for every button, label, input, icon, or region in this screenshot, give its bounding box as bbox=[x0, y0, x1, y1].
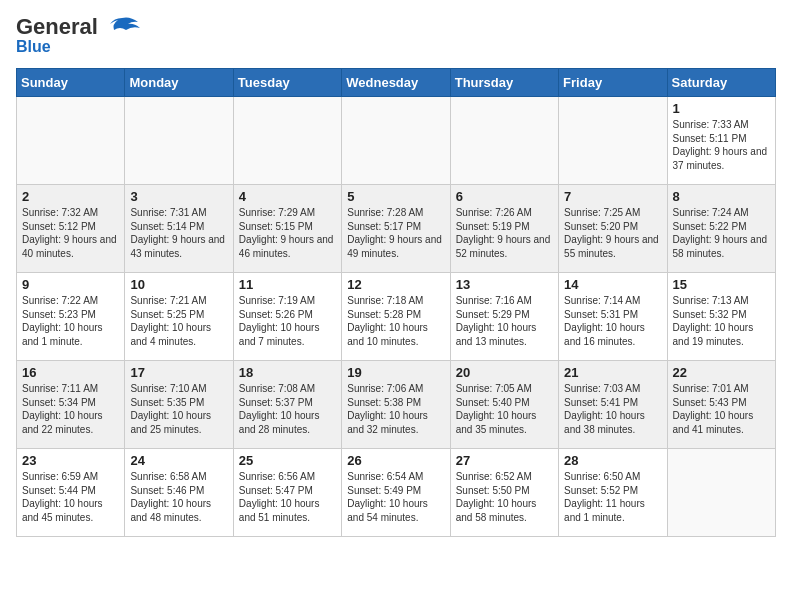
day-number: 15 bbox=[673, 277, 770, 292]
col-header-sunday: Sunday bbox=[17, 69, 125, 97]
col-header-thursday: Thursday bbox=[450, 69, 558, 97]
calendar-cell: 7Sunrise: 7:25 AM Sunset: 5:20 PM Daylig… bbox=[559, 185, 667, 273]
calendar-cell: 14Sunrise: 7:14 AM Sunset: 5:31 PM Dayli… bbox=[559, 273, 667, 361]
day-info: Sunrise: 7:03 AM Sunset: 5:41 PM Dayligh… bbox=[564, 382, 661, 436]
day-number: 8 bbox=[673, 189, 770, 204]
calendar-cell: 12Sunrise: 7:18 AM Sunset: 5:28 PM Dayli… bbox=[342, 273, 450, 361]
col-header-saturday: Saturday bbox=[667, 69, 775, 97]
day-info: Sunrise: 7:26 AM Sunset: 5:19 PM Dayligh… bbox=[456, 206, 553, 260]
day-number: 2 bbox=[22, 189, 119, 204]
day-number: 16 bbox=[22, 365, 119, 380]
logo-general: General bbox=[16, 14, 98, 39]
calendar-cell: 28Sunrise: 6:50 AM Sunset: 5:52 PM Dayli… bbox=[559, 449, 667, 537]
col-header-wednesday: Wednesday bbox=[342, 69, 450, 97]
week-row-1: 1Sunrise: 7:33 AM Sunset: 5:11 PM Daylig… bbox=[17, 97, 776, 185]
calendar-cell: 22Sunrise: 7:01 AM Sunset: 5:43 PM Dayli… bbox=[667, 361, 775, 449]
day-number: 13 bbox=[456, 277, 553, 292]
calendar-cell: 19Sunrise: 7:06 AM Sunset: 5:38 PM Dayli… bbox=[342, 361, 450, 449]
day-info: Sunrise: 7:16 AM Sunset: 5:29 PM Dayligh… bbox=[456, 294, 553, 348]
week-row-2: 2Sunrise: 7:32 AM Sunset: 5:12 PM Daylig… bbox=[17, 185, 776, 273]
day-number: 23 bbox=[22, 453, 119, 468]
calendar-cell: 3Sunrise: 7:31 AM Sunset: 5:14 PM Daylig… bbox=[125, 185, 233, 273]
calendar-cell bbox=[125, 97, 233, 185]
day-info: Sunrise: 7:13 AM Sunset: 5:32 PM Dayligh… bbox=[673, 294, 770, 348]
day-info: Sunrise: 7:22 AM Sunset: 5:23 PM Dayligh… bbox=[22, 294, 119, 348]
calendar-cell: 2Sunrise: 7:32 AM Sunset: 5:12 PM Daylig… bbox=[17, 185, 125, 273]
day-number: 4 bbox=[239, 189, 336, 204]
calendar-cell: 23Sunrise: 6:59 AM Sunset: 5:44 PM Dayli… bbox=[17, 449, 125, 537]
calendar-cell: 27Sunrise: 6:52 AM Sunset: 5:50 PM Dayli… bbox=[450, 449, 558, 537]
day-info: Sunrise: 7:24 AM Sunset: 5:22 PM Dayligh… bbox=[673, 206, 770, 260]
calendar-cell: 1Sunrise: 7:33 AM Sunset: 5:11 PM Daylig… bbox=[667, 97, 775, 185]
day-info: Sunrise: 7:06 AM Sunset: 5:38 PM Dayligh… bbox=[347, 382, 444, 436]
day-info: Sunrise: 7:32 AM Sunset: 5:12 PM Dayligh… bbox=[22, 206, 119, 260]
day-number: 27 bbox=[456, 453, 553, 468]
day-info: Sunrise: 6:52 AM Sunset: 5:50 PM Dayligh… bbox=[456, 470, 553, 524]
calendar-cell: 9Sunrise: 7:22 AM Sunset: 5:23 PM Daylig… bbox=[17, 273, 125, 361]
day-info: Sunrise: 7:11 AM Sunset: 5:34 PM Dayligh… bbox=[22, 382, 119, 436]
day-info: Sunrise: 6:59 AM Sunset: 5:44 PM Dayligh… bbox=[22, 470, 119, 524]
day-number: 12 bbox=[347, 277, 444, 292]
day-number: 1 bbox=[673, 101, 770, 116]
day-number: 10 bbox=[130, 277, 227, 292]
day-info: Sunrise: 7:21 AM Sunset: 5:25 PM Dayligh… bbox=[130, 294, 227, 348]
week-row-5: 23Sunrise: 6:59 AM Sunset: 5:44 PM Dayli… bbox=[17, 449, 776, 537]
day-number: 28 bbox=[564, 453, 661, 468]
day-number: 9 bbox=[22, 277, 119, 292]
logo-blue-text: Blue bbox=[16, 38, 51, 56]
calendar-table: SundayMondayTuesdayWednesdayThursdayFrid… bbox=[16, 68, 776, 537]
col-header-friday: Friday bbox=[559, 69, 667, 97]
calendar-cell: 24Sunrise: 6:58 AM Sunset: 5:46 PM Dayli… bbox=[125, 449, 233, 537]
calendar-cell: 6Sunrise: 7:26 AM Sunset: 5:19 PM Daylig… bbox=[450, 185, 558, 273]
day-number: 5 bbox=[347, 189, 444, 204]
day-info: Sunrise: 6:50 AM Sunset: 5:52 PM Dayligh… bbox=[564, 470, 661, 524]
day-number: 18 bbox=[239, 365, 336, 380]
calendar-cell: 16Sunrise: 7:11 AM Sunset: 5:34 PM Dayli… bbox=[17, 361, 125, 449]
day-number: 21 bbox=[564, 365, 661, 380]
day-number: 7 bbox=[564, 189, 661, 204]
day-info: Sunrise: 7:25 AM Sunset: 5:20 PM Dayligh… bbox=[564, 206, 661, 260]
day-info: Sunrise: 7:14 AM Sunset: 5:31 PM Dayligh… bbox=[564, 294, 661, 348]
calendar-cell: 15Sunrise: 7:13 AM Sunset: 5:32 PM Dayli… bbox=[667, 273, 775, 361]
logo-bird-icon bbox=[104, 16, 140, 34]
calendar-cell bbox=[667, 449, 775, 537]
calendar-cell: 8Sunrise: 7:24 AM Sunset: 5:22 PM Daylig… bbox=[667, 185, 775, 273]
day-info: Sunrise: 6:54 AM Sunset: 5:49 PM Dayligh… bbox=[347, 470, 444, 524]
calendar-cell: 21Sunrise: 7:03 AM Sunset: 5:41 PM Dayli… bbox=[559, 361, 667, 449]
day-number: 17 bbox=[130, 365, 227, 380]
day-info: Sunrise: 7:18 AM Sunset: 5:28 PM Dayligh… bbox=[347, 294, 444, 348]
day-number: 3 bbox=[130, 189, 227, 204]
calendar-cell: 10Sunrise: 7:21 AM Sunset: 5:25 PM Dayli… bbox=[125, 273, 233, 361]
calendar-cell: 5Sunrise: 7:28 AM Sunset: 5:17 PM Daylig… bbox=[342, 185, 450, 273]
week-row-4: 16Sunrise: 7:11 AM Sunset: 5:34 PM Dayli… bbox=[17, 361, 776, 449]
day-info: Sunrise: 7:33 AM Sunset: 5:11 PM Dayligh… bbox=[673, 118, 770, 172]
calendar-cell bbox=[450, 97, 558, 185]
calendar-cell: 25Sunrise: 6:56 AM Sunset: 5:47 PM Dayli… bbox=[233, 449, 341, 537]
day-number: 11 bbox=[239, 277, 336, 292]
calendar-header-row: SundayMondayTuesdayWednesdayThursdayFrid… bbox=[17, 69, 776, 97]
day-number: 19 bbox=[347, 365, 444, 380]
calendar-cell bbox=[559, 97, 667, 185]
day-info: Sunrise: 7:08 AM Sunset: 5:37 PM Dayligh… bbox=[239, 382, 336, 436]
calendar-cell: 11Sunrise: 7:19 AM Sunset: 5:26 PM Dayli… bbox=[233, 273, 341, 361]
day-number: 22 bbox=[673, 365, 770, 380]
calendar-cell bbox=[342, 97, 450, 185]
calendar-cell: 17Sunrise: 7:10 AM Sunset: 5:35 PM Dayli… bbox=[125, 361, 233, 449]
day-number: 26 bbox=[347, 453, 444, 468]
col-header-monday: Monday bbox=[125, 69, 233, 97]
logo: General Blue bbox=[16, 16, 140, 56]
day-number: 24 bbox=[130, 453, 227, 468]
day-number: 14 bbox=[564, 277, 661, 292]
day-info: Sunrise: 7:29 AM Sunset: 5:15 PM Dayligh… bbox=[239, 206, 336, 260]
day-number: 20 bbox=[456, 365, 553, 380]
week-row-3: 9Sunrise: 7:22 AM Sunset: 5:23 PM Daylig… bbox=[17, 273, 776, 361]
day-info: Sunrise: 7:05 AM Sunset: 5:40 PM Dayligh… bbox=[456, 382, 553, 436]
calendar-cell: 13Sunrise: 7:16 AM Sunset: 5:29 PM Dayli… bbox=[450, 273, 558, 361]
day-number: 6 bbox=[456, 189, 553, 204]
day-number: 25 bbox=[239, 453, 336, 468]
calendar-cell: 20Sunrise: 7:05 AM Sunset: 5:40 PM Dayli… bbox=[450, 361, 558, 449]
calendar-cell bbox=[233, 97, 341, 185]
day-info: Sunrise: 7:10 AM Sunset: 5:35 PM Dayligh… bbox=[130, 382, 227, 436]
day-info: Sunrise: 7:19 AM Sunset: 5:26 PM Dayligh… bbox=[239, 294, 336, 348]
day-info: Sunrise: 6:58 AM Sunset: 5:46 PM Dayligh… bbox=[130, 470, 227, 524]
